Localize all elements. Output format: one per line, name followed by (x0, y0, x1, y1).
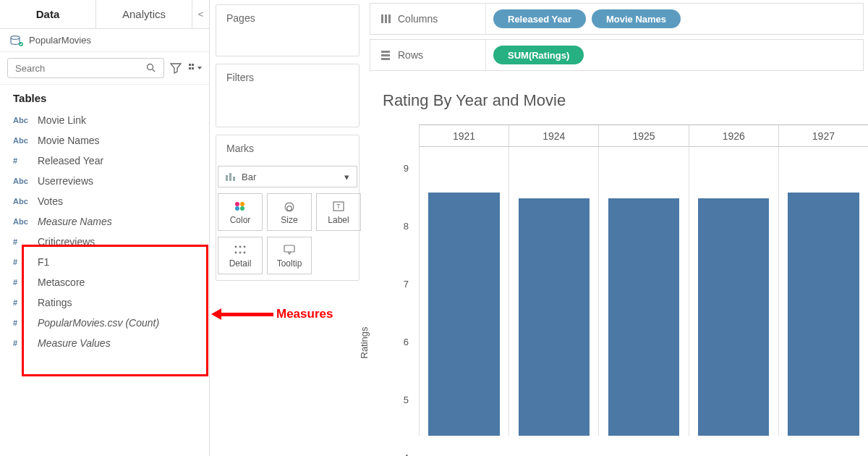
field-userreviews[interactable]: AbcUserreviews (0, 171, 209, 191)
shelves: Columns Released Year Movie Names Rows S… (365, 0, 868, 78)
datasource-name: PopularMovies (29, 35, 91, 46)
columns-shelf[interactable]: Columns Released Year Movie Names (370, 3, 864, 35)
side-tabs: Data Analytics < (0, 0, 209, 29)
marks-label: Marks (216, 135, 359, 161)
detail-button[interactable]: Detail (218, 237, 263, 274)
size-icon (283, 200, 296, 213)
mark-buttons-row1: Color Size T Label (216, 193, 359, 232)
chevron-down-icon: ▾ (344, 172, 349, 182)
color-button[interactable]: Color (218, 193, 263, 231)
y-axis-label: Ratings (359, 327, 370, 359)
year-header[interactable]: 1921 (419, 125, 509, 146)
pill-movie-names[interactable]: Movie Names (592, 9, 681, 28)
year-header[interactable]: 1924 (509, 125, 598, 146)
y-tick: 4 (380, 452, 416, 457)
size-label: Size (281, 215, 297, 225)
field-metascore[interactable]: #Metascore (0, 272, 209, 292)
tables-heading: Tables (0, 85, 209, 109)
bar-icon (226, 172, 236, 181)
svg-point-22 (235, 251, 237, 253)
tab-analytics[interactable]: Analytics (96, 0, 192, 28)
columns-text: Columns (398, 13, 438, 25)
field-popularmovies-csv-count-[interactable]: #PopularMovies.csv (Count) (0, 313, 209, 333)
filters-card[interactable]: Filters (216, 64, 359, 127)
rows-shelf-body[interactable]: SUM(Ratings) (486, 46, 863, 64)
field-list: AbcMovie LinkAbcMovie Names#Released Yea… (0, 109, 209, 359)
search-input[interactable] (14, 62, 146, 75)
field-label: Metascore (38, 276, 85, 288)
field-label: Measure Names (38, 216, 112, 227)
y-tick: 8 (380, 221, 416, 232)
year-header[interactable]: 1925 (598, 125, 688, 146)
tooltip-button[interactable]: Tooltip (267, 237, 312, 274)
svg-point-21 (244, 245, 246, 248)
color-label: Color (230, 215, 251, 225)
year-header[interactable]: 1926 (689, 125, 778, 146)
collapse-sidebar-icon[interactable]: < (192, 0, 209, 28)
svg-point-0 (11, 35, 20, 39)
field-movie-names[interactable]: AbcMovie Names (0, 130, 209, 151)
filter-icon[interactable] (170, 62, 183, 74)
mark-type-dropdown[interactable]: Bar ▾ (218, 166, 357, 187)
bar[interactable] (788, 193, 859, 436)
rows-shelf-label: Rows (370, 40, 486, 70)
field-criticreviews[interactable]: #Criticreviews (0, 232, 209, 252)
svg-rect-26 (381, 14, 383, 23)
field-label: F1 (38, 256, 49, 268)
plot-area[interactable]: 19211924192519261927 (419, 124, 868, 436)
color-icon (234, 200, 247, 213)
tooltip-icon (284, 243, 295, 256)
datasource-row[interactable]: PopularMovies (0, 29, 209, 52)
cards-column: Pages Filters Marks Bar ▾ (210, 0, 365, 456)
viz-title[interactable]: Rating By Year and Movie (365, 78, 868, 114)
filters-label: Filters (216, 64, 359, 90)
size-button[interactable]: Size (267, 193, 312, 231)
columns-shelf-body[interactable]: Released Year Movie Names (486, 9, 863, 28)
bar[interactable] (519, 198, 590, 436)
label-label: Label (328, 215, 349, 225)
chart-cell (419, 147, 509, 436)
chart-cell (509, 147, 598, 436)
field-label: PopularMovies.csv (Count) (38, 317, 159, 329)
search-input-wrap[interactable] (7, 58, 164, 78)
year-header[interactable]: 1927 (778, 125, 868, 146)
bar[interactable] (698, 198, 770, 436)
field-movie-link[interactable]: AbcMovie Link (0, 110, 209, 130)
bar[interactable] (428, 193, 500, 436)
field-votes[interactable]: AbcVotes (0, 191, 209, 211)
svg-point-23 (239, 251, 242, 253)
label-button[interactable]: T Label (316, 193, 361, 231)
pill-released-year[interactable]: Released Year (493, 9, 586, 28)
svg-point-24 (244, 251, 246, 253)
svg-point-14 (240, 206, 244, 211)
bars-area (419, 146, 868, 436)
svg-rect-30 (381, 54, 390, 56)
string-type-icon: Abc (13, 197, 30, 206)
columns-shelf-label: Columns (370, 4, 486, 34)
columns-icon (380, 14, 391, 24)
svg-point-16 (287, 206, 292, 210)
rows-shelf[interactable]: Rows SUM(Ratings) (370, 39, 864, 71)
field-measure-names[interactable]: AbcMeasure Names (0, 211, 209, 232)
search-icon (146, 63, 158, 73)
svg-rect-7 (192, 67, 194, 69)
viz: 987654 Ratings 19211924192519261927 (365, 114, 868, 456)
pill-sum-ratings[interactable]: SUM(Ratings) (493, 46, 584, 64)
svg-rect-25 (284, 245, 294, 252)
field-measure-values[interactable]: #Measure Values (0, 333, 209, 353)
field-ratings[interactable]: #Ratings (0, 292, 209, 313)
svg-point-15 (285, 203, 294, 211)
view-options-icon[interactable] (189, 63, 202, 73)
label-icon: T (333, 200, 344, 213)
svg-rect-31 (381, 58, 390, 60)
bar[interactable] (608, 198, 680, 436)
svg-text:T: T (336, 203, 341, 210)
search-row (0, 52, 209, 85)
svg-point-20 (239, 245, 242, 248)
field-f1[interactable]: #F1 (0, 252, 209, 272)
field-released-year[interactable]: #Released Year (0, 151, 209, 171)
tab-data[interactable]: Data (0, 0, 96, 28)
data-pane: Data Analytics < PopularMovies T (0, 0, 210, 456)
svg-rect-9 (229, 173, 231, 181)
pages-card[interactable]: Pages (216, 4, 359, 56)
